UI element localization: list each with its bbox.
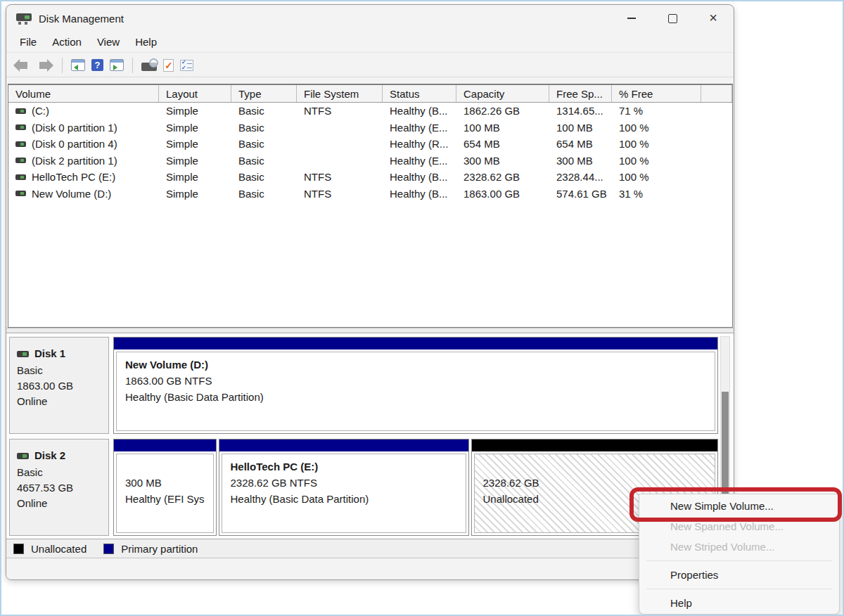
show-console-tree-icon[interactable] bbox=[71, 59, 85, 71]
menu-separator bbox=[646, 589, 832, 589]
col-capacity[interactable]: Capacity bbox=[456, 85, 549, 102]
unallocated-bar bbox=[472, 439, 717, 451]
disk-state: Online bbox=[17, 394, 108, 409]
menu-item-help[interactable]: Help bbox=[639, 593, 839, 613]
menu-file[interactable]: File bbox=[12, 33, 44, 51]
col-pct-free[interactable]: % Free bbox=[612, 85, 701, 102]
toolbar-separator bbox=[132, 58, 133, 73]
table-row[interactable]: (Disk 0 partition 1) Simple Basic Health… bbox=[8, 120, 732, 136]
table-header: Volume Layout Type File System Status Ca… bbox=[8, 85, 732, 103]
task-list-icon[interactable] bbox=[180, 60, 193, 71]
menu-item-new-spanned-volume: New Spanned Volume... bbox=[639, 516, 839, 537]
table-row[interactable]: (C:) Simple Basic NTFS Healthy (B... 186… bbox=[8, 103, 732, 120]
unallocated-swatch bbox=[13, 544, 24, 554]
show-action-pane-icon[interactable] bbox=[110, 59, 124, 71]
table-row[interactable]: (Disk 0 partition 4) Simple Basic Health… bbox=[8, 136, 732, 153]
disk-kind: Basic bbox=[17, 363, 108, 378]
disk-management-window: Disk Management × File Action View Help … bbox=[6, 4, 734, 580]
toolbar-separator bbox=[62, 58, 63, 73]
disk-drive-icon bbox=[16, 13, 32, 25]
legend-unallocated-label: Unallocated bbox=[31, 543, 87, 555]
disk-size: 4657.53 GB bbox=[17, 480, 108, 496]
legend-primary-label: Primary partition bbox=[121, 543, 198, 555]
col-type[interactable]: Type bbox=[231, 85, 297, 102]
check-document-icon[interactable] bbox=[163, 59, 174, 72]
disk-icon bbox=[17, 351, 29, 357]
col-filler bbox=[701, 85, 732, 102]
col-layout[interactable]: Layout bbox=[159, 85, 231, 102]
disk-state: Online bbox=[17, 496, 108, 511]
disk-name: Disk 1 bbox=[34, 346, 65, 361]
disk-2-panel[interactable]: Disk 2 Basic 4657.53 GB Online bbox=[9, 439, 109, 536]
close-button[interactable]: × bbox=[693, 5, 734, 32]
disk-name: Disk 2 bbox=[34, 448, 65, 463]
rescan-disks-icon[interactable] bbox=[141, 63, 157, 71]
forward-icon[interactable] bbox=[37, 60, 53, 71]
disk-1-row: Disk 1 Basic 1863.00 GB Online New Volum… bbox=[9, 337, 718, 434]
col-volume[interactable]: Volume bbox=[8, 85, 159, 102]
menu-item-properties[interactable]: Properties bbox=[639, 565, 839, 585]
volume-icon bbox=[15, 191, 26, 196]
primary-partition-bar bbox=[114, 338, 717, 349]
menu-help[interactable]: Help bbox=[127, 33, 165, 51]
volume-icon bbox=[15, 158, 26, 163]
menu-item-new-simple-volume[interactable]: New Simple Volume... bbox=[639, 496, 839, 516]
help-icon[interactable]: ? bbox=[91, 59, 103, 71]
disk-kind: Basic bbox=[17, 465, 108, 480]
title-bar[interactable]: Disk Management × bbox=[6, 5, 734, 32]
menu-bar: File Action View Help bbox=[6, 32, 734, 53]
maximize-button[interactable] bbox=[652, 5, 693, 32]
col-status[interactable]: Status bbox=[383, 85, 456, 102]
window-title: Disk Management bbox=[39, 13, 124, 25]
table-row[interactable]: New Volume (D:) Simple Basic NTFS Health… bbox=[8, 186, 732, 203]
volume-table: Volume Layout Type File System Status Ca… bbox=[8, 84, 733, 328]
minimize-button[interactable] bbox=[611, 5, 652, 32]
primary-partition-bar bbox=[114, 439, 216, 451]
table-row[interactable]: HelloTech PC (E:) Simple Basic NTFS Heal… bbox=[8, 169, 732, 186]
disk-icon bbox=[17, 453, 29, 459]
graphical-view: Disk 1 Basic 1863.00 GB Online New Volum… bbox=[6, 333, 734, 539]
legend-bar: Unallocated Primary partition bbox=[6, 539, 734, 558]
menu-action[interactable]: Action bbox=[44, 33, 89, 51]
screenshot-frame: Disk Management × File Action View Help … bbox=[0, 0, 844, 616]
disk-size: 1863.00 GB bbox=[17, 378, 108, 394]
pane-splitter[interactable] bbox=[6, 328, 734, 333]
back-icon[interactable] bbox=[13, 60, 30, 71]
volume-icon bbox=[15, 108, 26, 114]
status-bar bbox=[6, 559, 734, 579]
primary-partition-swatch bbox=[103, 544, 114, 554]
table-row[interactable]: (Disk 2 partition 1) Simple Basic Health… bbox=[8, 153, 732, 169]
volume-icon bbox=[15, 141, 26, 147]
partition-new-volume-d[interactable]: New Volume (D:) 1863.00 GB NTFS Healthy … bbox=[113, 337, 718, 434]
partition-hellotech-pc-e[interactable]: HelloTech PC (E:) 2328.62 GB NTFS Health… bbox=[219, 439, 469, 536]
menu-separator bbox=[646, 560, 832, 561]
primary-partition-bar bbox=[219, 439, 468, 451]
toolbar: ? bbox=[6, 53, 734, 77]
disk-1-panel[interactable]: Disk 1 Basic 1863.00 GB Online bbox=[9, 337, 109, 434]
partition-efi-system[interactable]: 300 MB Healthy (EFI Sys bbox=[113, 439, 217, 536]
volume-icon bbox=[15, 174, 26, 180]
volume-icon bbox=[15, 124, 26, 130]
menu-item-new-striped-volume: New Striped Volume... bbox=[639, 537, 839, 557]
disk-2-row: Disk 2 Basic 4657.53 GB Online 300 MB He… bbox=[9, 439, 718, 536]
col-file-system[interactable]: File System bbox=[297, 85, 383, 102]
menu-view[interactable]: View bbox=[89, 33, 127, 51]
col-free-space[interactable]: Free Sp... bbox=[549, 85, 612, 102]
context-menu: New Simple Volume... New Spanned Volume.… bbox=[639, 494, 840, 615]
